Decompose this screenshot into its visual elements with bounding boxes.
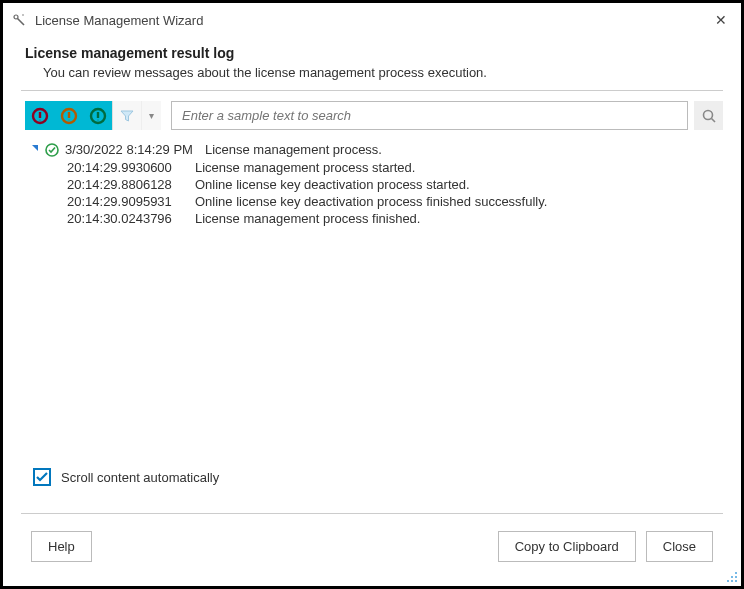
log-row: 20:14:30.0243796 License management proc… bbox=[67, 210, 719, 227]
toolbar: ▾ bbox=[3, 91, 741, 136]
log-timestamp: 20:14:29.9095931 bbox=[67, 194, 195, 209]
page-subtitle: You can review messages about the licens… bbox=[25, 65, 719, 80]
search-input[interactable] bbox=[171, 101, 688, 130]
search-button[interactable] bbox=[694, 101, 723, 130]
log-timestamp: 20:14:29.9930600 bbox=[67, 160, 195, 175]
svg-point-4 bbox=[39, 119, 40, 120]
filter-funnel-button[interactable] bbox=[112, 101, 141, 130]
scroll-auto-label: Scroll content automatically bbox=[61, 470, 219, 485]
filter-warning-button[interactable] bbox=[54, 101, 83, 130]
svg-line-12 bbox=[711, 118, 715, 122]
copy-to-clipboard-button[interactable]: Copy to Clipboard bbox=[498, 531, 636, 562]
svg-point-15 bbox=[731, 576, 733, 578]
svg-point-14 bbox=[735, 572, 737, 574]
titlebar: License Management Wizard ✕ bbox=[3, 3, 741, 37]
resize-grip-icon[interactable] bbox=[726, 571, 738, 583]
close-button[interactable]: Close bbox=[646, 531, 713, 562]
log-area: 3/30/2022 8:14:29 PM License management … bbox=[3, 136, 741, 430]
scroll-auto-checkbox[interactable] bbox=[33, 468, 51, 486]
log-message: Online license key deactivation process … bbox=[195, 177, 470, 192]
svg-point-0 bbox=[14, 15, 18, 19]
help-button[interactable]: Help bbox=[31, 531, 92, 562]
expand-toggle-icon[interactable] bbox=[31, 144, 41, 155]
log-children: 20:14:29.9930600 License management proc… bbox=[31, 159, 719, 227]
footer-divider bbox=[21, 513, 723, 514]
wizard-icon bbox=[11, 12, 27, 28]
window-close-button[interactable]: ✕ bbox=[711, 10, 731, 30]
scroll-auto-option: Scroll content automatically bbox=[33, 468, 219, 486]
log-row: 20:14:29.8806128 Online license key deac… bbox=[67, 176, 719, 193]
log-timestamp: 20:14:30.0243796 bbox=[67, 211, 195, 226]
header: License management result log You can re… bbox=[3, 37, 741, 90]
svg-point-17 bbox=[727, 580, 729, 582]
log-message: License management process started. bbox=[195, 160, 415, 175]
svg-point-7 bbox=[68, 119, 69, 120]
search-wrap bbox=[171, 101, 723, 130]
log-row: 20:14:29.9095931 Online license key deac… bbox=[67, 193, 719, 210]
svg-point-11 bbox=[703, 110, 712, 119]
log-row: 20:14:29.9930600 License management proc… bbox=[67, 159, 719, 176]
log-parent-timestamp: 3/30/2022 8:14:29 PM bbox=[65, 142, 193, 157]
svg-point-18 bbox=[731, 580, 733, 582]
window-title: License Management Wizard bbox=[35, 13, 711, 28]
svg-point-10 bbox=[97, 119, 98, 120]
page-title: License management result log bbox=[25, 45, 719, 61]
log-timestamp: 20:14:29.8806128 bbox=[67, 177, 195, 192]
filter-dropdown-button[interactable]: ▾ bbox=[141, 101, 161, 130]
filter-info-button[interactable] bbox=[83, 101, 112, 130]
log-message: License management process finished. bbox=[195, 211, 420, 226]
filter-error-button[interactable] bbox=[25, 101, 54, 130]
svg-point-16 bbox=[735, 576, 737, 578]
success-check-icon bbox=[45, 143, 59, 157]
svg-line-1 bbox=[18, 19, 25, 26]
log-parent-row[interactable]: 3/30/2022 8:14:29 PM License management … bbox=[31, 140, 719, 159]
log-message: Online license key deactivation process … bbox=[195, 194, 547, 209]
log-parent-message: License management process. bbox=[205, 142, 382, 157]
svg-point-19 bbox=[735, 580, 737, 582]
button-row: Help Copy to Clipboard Close bbox=[31, 531, 713, 562]
